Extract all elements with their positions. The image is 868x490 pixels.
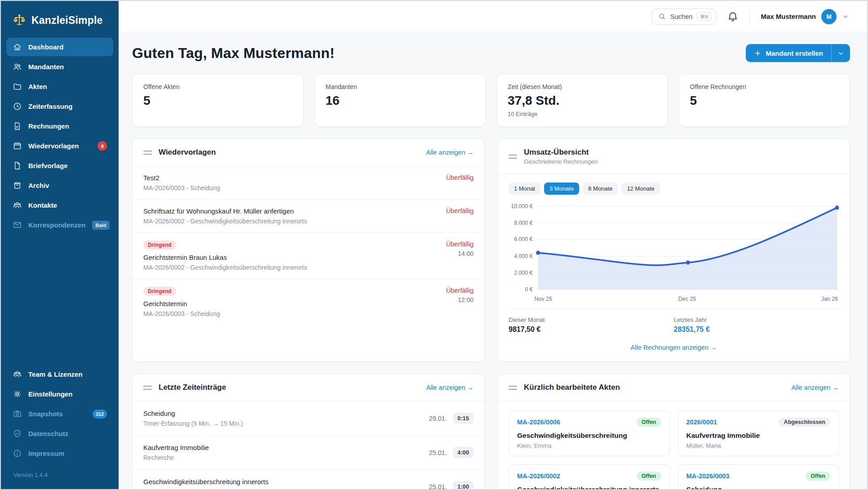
sidebar-item-rechnungen[interactable]: Rechnungen xyxy=(6,117,113,135)
user-name: Max Mustermann xyxy=(761,13,816,20)
team-icon xyxy=(13,370,22,379)
svg-text:4.000 €: 4.000 € xyxy=(514,253,532,259)
due-time: 14:00 xyxy=(446,250,474,257)
drag-handle-icon[interactable] xyxy=(143,151,152,155)
sidebar-item-einstellungen[interactable]: Einstellungen xyxy=(6,385,113,403)
status-badge: Abgeschlossen xyxy=(779,418,830,427)
sidebar-item-akten[interactable]: Akten xyxy=(6,77,113,96)
akte-ref-link[interactable]: MA-2026/0003 xyxy=(686,472,730,480)
duration-badge: 0:15 xyxy=(453,413,474,424)
sidebar-item-snapshots[interactable]: Snapshots 312 xyxy=(6,405,113,423)
wiedervorlage-item[interactable]: Test2 MA-2026/0003 - Scheidung Überfälli… xyxy=(133,166,484,200)
letztes-jahr-stat: Letztes Jahr 28351,75 € xyxy=(674,316,839,334)
wiedervorlagen-panel: Wiedervorlagen Alle anzeigen → Test2 MA-… xyxy=(132,138,485,362)
sidebar-item-mandanten[interactable]: Mandanten xyxy=(6,58,113,76)
tab-3-monate[interactable]: 3 Monate xyxy=(544,183,579,195)
app-title: KanzleiSimple xyxy=(31,14,103,27)
gear-icon xyxy=(13,389,22,399)
drag-handle-icon[interactable] xyxy=(509,386,517,390)
stat-card-mandanten[interactable]: Mandanten 16 xyxy=(314,74,486,127)
wiedervorlage-item[interactable]: Schriftsatz für Wohnungskauf Hr. Müller … xyxy=(133,200,484,233)
dieser-monat-stat: Dieser Monat 9817,50 € xyxy=(509,316,674,334)
stat-card-zeit[interactable]: Zeit (diesen Monat) 37,8 Std. 10 Einträg… xyxy=(496,74,668,127)
sidebar-item-datenschutz[interactable]: Datenschutz xyxy=(6,424,113,443)
akte-card[interactable]: 2026/0001 Abgeschlossen Kaufvertrag Immo… xyxy=(678,410,839,456)
wiedervorlage-item[interactable]: Dringend Gerichtstermin MA-2026/0003 - S… xyxy=(133,279,484,325)
panel-title: Wiedervorlagen xyxy=(159,148,216,157)
stat-card-offene-akten[interactable]: Offene Akten 5 xyxy=(132,74,304,127)
search-placeholder: Suchen xyxy=(670,13,692,20)
archive-box-icon xyxy=(13,181,22,190)
create-mandant-button[interactable]: Mandant erstellen xyxy=(746,44,831,62)
akte-card[interactable]: MA-2026/0003 Offen Scheidung Müller, Mar… xyxy=(678,464,839,489)
akte-card[interactable]: MA-2026/0002 Offen Geschwindigkeitsübers… xyxy=(509,464,670,489)
akte-card[interactable]: MA-2026/0006 Offen Geschwindigkeitsübers… xyxy=(509,410,670,456)
stat-card-offene-rechnungen[interactable]: Offene Rechnungen 5 xyxy=(679,74,850,127)
notifications-bell-icon[interactable] xyxy=(727,11,739,22)
akten-panel: Kürzlich bearbeitete Akten Alle anzeigen… xyxy=(497,374,850,489)
tab-12-monate[interactable]: 12 Monate xyxy=(621,183,660,195)
sidebar-item-kontakte[interactable]: Kontakte xyxy=(6,196,113,214)
zeiteintrag-item[interactable]: Geschwindigkeitsüberschreitung innerorts… xyxy=(133,470,484,489)
page-title: Guten Tag, Max Mustermann! xyxy=(132,45,335,62)
sidebar-item-impressum[interactable]: Impressum xyxy=(6,444,113,463)
user-menu[interactable]: Max Mustermann M xyxy=(761,9,849,24)
sidebar-item-dashboard[interactable]: Dashboard xyxy=(6,38,113,56)
wiedervorlage-item[interactable]: Dringend Gerichtstermin Braun Lukas MA-2… xyxy=(133,233,484,279)
svg-text:Nov 25: Nov 25 xyxy=(535,296,552,302)
calendar-icon xyxy=(13,141,22,151)
duration-badge: 1:00 xyxy=(453,481,474,489)
status-badge: Überfällig xyxy=(446,241,474,248)
sidebar-item-wiedervorlagen[interactable]: Wiedervorlagen 4 xyxy=(6,137,113,155)
dringend-badge: Dringend xyxy=(143,241,176,249)
dringend-badge: Dringend xyxy=(143,287,176,296)
clock-icon xyxy=(13,102,22,111)
sidebar: KanzleiSimple Dashboard Mandanten Akten … xyxy=(1,1,119,489)
users-icon xyxy=(13,62,22,71)
app-window: KanzleiSimple Dashboard Mandanten Akten … xyxy=(0,0,868,490)
contacts-icon xyxy=(13,200,22,210)
drag-handle-icon[interactable] xyxy=(143,386,152,390)
tab-6-monate[interactable]: 6 Monate xyxy=(583,183,618,195)
dashboard-content: Guten Tag, Max Mustermann! Mandant erste… xyxy=(119,32,867,489)
zeiteintrag-item[interactable]: Scheidung Timer-Erfassung (5 Min. → 15 M… xyxy=(133,401,484,436)
app-logo[interactable]: KanzleiSimple xyxy=(1,7,119,38)
envelope-icon xyxy=(13,220,22,230)
search-input[interactable]: Suchen ⌘K xyxy=(652,9,716,25)
duration-badge: 4:00 xyxy=(453,447,474,458)
sidebar-nav: Dashboard Mandanten Akten Zeiterfassung … xyxy=(1,38,119,234)
stat-value: 37,8 Std. xyxy=(508,94,657,108)
range-tabs: 1 Monat 3 Monate 6 Monate 12 Monate xyxy=(509,183,839,195)
sidebar-item-zeiterfassung[interactable]: Zeiterfassung xyxy=(6,97,113,116)
akte-ref-link[interactable]: MA-2026/0002 xyxy=(517,472,560,480)
svg-text:Jan 26: Jan 26 xyxy=(821,296,838,302)
camera-icon xyxy=(13,409,22,419)
entry-date: 29.01. xyxy=(429,415,447,422)
akte-ref-link[interactable]: 2026/0001 xyxy=(686,419,717,426)
folder-icon xyxy=(13,82,22,91)
zeiteintrag-item[interactable]: Kaufvertrag Immobilie Recherche 25.01. 4… xyxy=(133,436,484,470)
search-shortcut-badge: ⌘K xyxy=(697,12,712,21)
tab-1-monat[interactable]: 1 Monat xyxy=(509,183,540,195)
sidebar-item-archiv[interactable]: Archiv xyxy=(6,176,113,195)
status-badge: Offen xyxy=(637,472,661,481)
data-point-dec xyxy=(686,261,690,265)
akten-alle-anzeigen-link[interactable]: Alle anzeigen → xyxy=(791,384,839,391)
svg-text:8.000 €: 8.000 € xyxy=(514,220,532,226)
data-point-nov xyxy=(536,251,540,255)
zeiteintraege-alle-anzeigen-link[interactable]: Alle anzeigen → xyxy=(426,384,474,391)
alle-rechnungen-anzeigen-link[interactable]: Alle Rechnungen anzeigen → xyxy=(631,344,717,351)
wiedervorlagen-alle-anzeigen-link[interactable]: Alle anzeigen → xyxy=(426,149,474,156)
sidebar-item-korrespondenzen[interactable]: Korrespondenzen Bald xyxy=(6,216,113,234)
sidebar-item-briefvorlage[interactable]: Briefvorlage xyxy=(6,156,113,175)
sidebar-nav-bottom: Team & Lizenzen Einstellungen Snapshots … xyxy=(1,365,119,463)
sidebar-item-team-lizenzen[interactable]: Team & Lizenzen xyxy=(6,365,113,383)
app-version: Version 1.4.4 xyxy=(1,463,119,481)
stat-value: 5 xyxy=(690,94,839,108)
zeiteintraege-panel: Letzte Zeiteinträge Alle anzeigen → Sche… xyxy=(132,374,485,489)
stat-label: Offene Akten xyxy=(143,83,292,90)
akte-ref-link[interactable]: MA-2026/0006 xyxy=(517,419,560,426)
create-mandant-dropdown-button[interactable] xyxy=(831,44,850,62)
status-badge: Offen xyxy=(637,418,661,427)
drag-handle-icon[interactable] xyxy=(509,155,517,159)
